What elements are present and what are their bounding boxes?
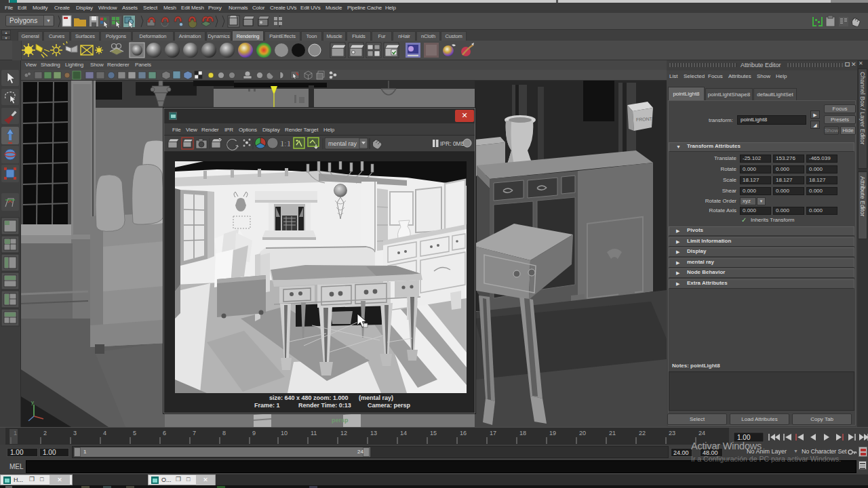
svg-text:IPR: 0MB: IPR: 0MB <box>440 140 465 147</box>
svg-text:mental ray: mental ray <box>328 140 357 147</box>
svg-text:23: 23 <box>669 430 675 436</box>
svg-text:FRONT: FRONT <box>636 117 653 122</box>
svg-text:7: 7 <box>193 430 196 436</box>
svg-text:24: 24 <box>698 430 705 436</box>
svg-text:14: 14 <box>400 430 407 436</box>
svg-text:18: 18 <box>519 430 526 436</box>
svg-text:20: 20 <box>579 430 586 436</box>
svg-text:17: 17 <box>490 430 496 436</box>
svg-text:persp: persp <box>332 417 349 424</box>
svg-text:5: 5 <box>133 430 136 436</box>
svg-text:6: 6 <box>163 430 166 436</box>
svg-text:11: 11 <box>311 430 317 436</box>
svg-text:4: 4 <box>103 430 106 436</box>
svg-text:y: y <box>31 399 34 405</box>
svg-text:12: 12 <box>340 430 347 436</box>
svg-text:3: 3 <box>73 430 77 436</box>
svg-text:21: 21 <box>609 430 616 436</box>
svg-text:15: 15 <box>430 430 437 436</box>
svg-text:19: 19 <box>549 430 556 436</box>
svg-text:16: 16 <box>460 430 467 436</box>
svg-text:13: 13 <box>370 430 377 436</box>
svg-text:22: 22 <box>639 430 646 436</box>
svg-text:1:1: 1:1 <box>280 140 291 148</box>
svg-text:10: 10 <box>281 430 288 436</box>
svg-text:2: 2 <box>43 430 47 436</box>
svg-text:9: 9 <box>252 430 256 436</box>
svg-text:8: 8 <box>222 430 226 436</box>
